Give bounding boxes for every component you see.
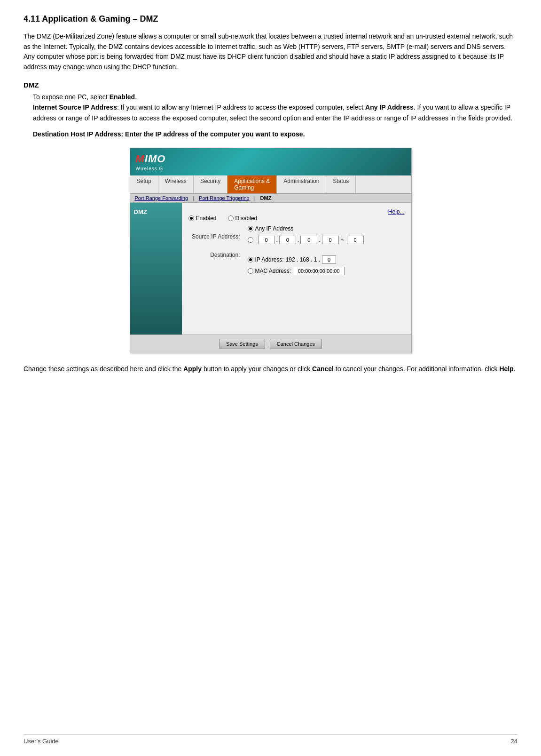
nav-tab-applications[interactable]: Applications &Gaming [227, 175, 277, 193]
save-settings-button[interactable]: Save Settings [219, 339, 265, 349]
router-subnav: Port Range Forwarding | Port Range Trigg… [130, 194, 411, 203]
intro-text-1: The DMZ (De-Militarized Zone) feature al… [24, 32, 513, 50]
router-sidebar: DMZ [130, 203, 182, 334]
dmz-body: To expose one PC, select Enabled. Intern… [33, 92, 517, 123]
nav-tab-security[interactable]: Security [194, 175, 227, 193]
disabled-radio[interactable] [228, 215, 234, 221]
dmz-text1-end: . [135, 93, 137, 101]
footer-text: Change these settings as described here … [24, 364, 517, 374]
dest-label-rest: : Enter the IP address of the computer y… [121, 130, 305, 138]
any-ip-radio[interactable] [248, 226, 253, 231]
nav-tab-setup[interactable]: Setup [130, 175, 158, 193]
enabled-radio[interactable] [188, 215, 194, 221]
dest-options: IP Address: 192 . 168 . 1 . MAC Address: [245, 255, 345, 278]
enabled-label: Enabled [196, 215, 217, 222]
router-screenshot: MIMO Wireless G Setup Wireless Security … [130, 148, 412, 353]
footer-part4: . [514, 365, 516, 373]
any-ip-label: Any IP Address [255, 225, 294, 232]
footer-bold1: Apply [183, 365, 202, 373]
subnav-dmz[interactable]: DMZ [260, 195, 272, 201]
dest-ip-last[interactable] [322, 255, 336, 264]
sidebar-dmz-label: DMZ [133, 207, 179, 217]
dest-mac-row: MAC Address: [248, 267, 345, 275]
logo-m: M [136, 153, 145, 165]
dest-ip-label: IP Address: [255, 256, 284, 263]
destination-row: Destination: IP Address: 192 . 168 . 1 . [188, 252, 405, 278]
router-logo: MIMO [136, 153, 166, 165]
dmz-bold1: Enabled [110, 93, 135, 101]
disabled-label: Disabled [235, 215, 258, 222]
specific-ip-row: . . . ~ [248, 236, 364, 244]
footer-bold3: Help [499, 365, 513, 373]
router-logo-sub: Wireless G [136, 166, 166, 171]
dmz-bold2: Any IP Address [365, 103, 414, 111]
destination-label: Destination: [188, 252, 240, 258]
dest-ip-radio[interactable] [248, 257, 253, 263]
intro-text-2: Any computer whose port is being forward… [24, 53, 504, 71]
dmz-form: Enabled Disabled Source IP Address: [188, 215, 405, 278]
footer-left: User's Guide [24, 738, 59, 745]
router-nav: Setup Wireless Security Applications &Ga… [130, 175, 411, 194]
footer-part1: Change these settings as described here … [24, 365, 183, 373]
footer-part3: to cancel your changes. For additional i… [334, 365, 500, 373]
router-main: DMZ Help... Enabled Disabled [130, 203, 411, 334]
page-footer: User's Guide 24 [24, 734, 517, 745]
dest-mac-input[interactable] [293, 267, 345, 275]
ip-field-2[interactable] [279, 236, 296, 244]
dest-ip-row: IP Address: 192 . 168 . 1 . [248, 255, 345, 264]
dmz-heading: DMZ [24, 81, 517, 89]
footer-right: 24 [511, 738, 517, 745]
dest-mac-label: MAC Address: [255, 268, 291, 274]
ip-range-end[interactable] [347, 236, 364, 244]
source-ip-row: Source IP Address: Any IP Address [188, 225, 405, 248]
footer-bold2: Cancel [312, 365, 334, 373]
intro-paragraph: The DMZ (De-Militarized Zone) feature al… [24, 32, 517, 72]
ip-inputs: . . . ~ [258, 236, 364, 244]
router-header: MIMO Wireless G [130, 148, 411, 175]
dmz-text1: To expose one PC, select [33, 93, 110, 101]
nav-tab-status[interactable]: Status [326, 175, 356, 193]
nav-tab-wireless[interactable]: Wireless [158, 175, 194, 193]
logo-imo: IMO [145, 153, 166, 165]
nav-tab-administration[interactable]: Administration [277, 175, 326, 193]
subnav-port-range-triggering[interactable]: Port Range Triggering [199, 195, 250, 201]
enabled-radio-label[interactable]: Enabled [188, 215, 217, 222]
dest-label-bold: Destination Host IP Address [33, 130, 121, 138]
disabled-radio-label[interactable]: Disabled [228, 215, 258, 222]
dest-ip-prefix: 192 . 168 . 1 . [286, 256, 320, 263]
router-content: Help... Enabled Disabled Source IP [182, 203, 411, 334]
logo-block: MIMO Wireless G [136, 153, 166, 171]
ip-field-1[interactable] [258, 236, 275, 244]
router-buttons: Save Settings Cancel Changes [130, 334, 411, 353]
source-ip-label: Source IP Address: [188, 233, 240, 240]
dest-label: Destination Host IP Address: Enter the I… [33, 129, 517, 139]
any-ip-row: Any IP Address [248, 225, 364, 232]
ip-field-3[interactable] [300, 236, 317, 244]
footer-part2: button to apply your changes or click [202, 365, 312, 373]
source-ip-section: Any IP Address . . . [248, 225, 364, 248]
subnav-port-range-forwarding[interactable]: Port Range Forwarding [135, 195, 188, 201]
ip-field-4[interactable] [322, 236, 339, 244]
help-link[interactable]: Help... [388, 208, 405, 215]
page-title: 4.11 Application & Gaming – DMZ [24, 14, 517, 24]
enabled-disabled-row: Enabled Disabled [188, 215, 405, 222]
specific-ip-radio[interactable] [248, 237, 253, 243]
cancel-changes-button[interactable]: Cancel Changes [270, 339, 322, 349]
dmz-text2-bold: Internet Source IP Address [33, 103, 117, 111]
dest-mac-radio[interactable] [248, 268, 253, 274]
dmz-text2: : If you want to allow any Internet IP a… [117, 103, 365, 111]
any-ip-radio-label[interactable]: Any IP Address [248, 225, 294, 232]
